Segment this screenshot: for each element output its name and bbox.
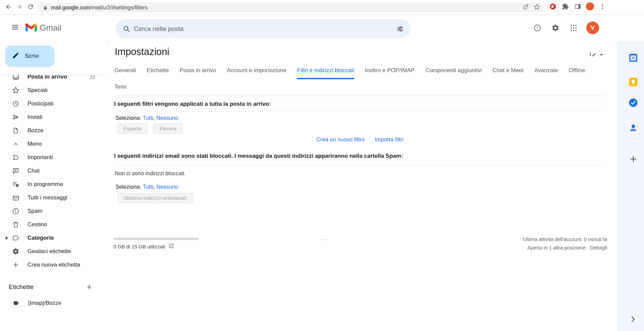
create-filter-link[interactable]: Crea un nuovo filtro [316, 136, 365, 145]
pencil-icon [12, 52, 19, 61]
import-filters-link[interactable]: Importa filtri [375, 136, 404, 145]
sidebar-item-meno[interactable]: Meno [0, 137, 107, 151]
calendar-icon: 31 [628, 53, 638, 64]
sidebar-item-in-programma[interactable]: In programma [0, 178, 107, 191]
export-button[interactable]: Esporta [117, 124, 147, 134]
settings-tab-posta-in-arrivo[interactable]: Posta in arrivo [179, 62, 216, 79]
select-none-link[interactable]: Nessuno [156, 184, 178, 190]
compose-button[interactable]: Scrivi [5, 46, 54, 66]
tab-label: Inoltro e POP/IMAP [365, 67, 415, 74]
sidebar-item-inviati[interactable]: Inviati [0, 110, 107, 124]
svg-text:I: I [589, 52, 591, 57]
sidebar-item-importanti[interactable]: Importanti [0, 151, 107, 164]
adblocker-extension-icon[interactable] [549, 2, 557, 10]
browser-profile-avatar[interactable] [586, 2, 594, 10]
unblock-button[interactable]: Sblocca indirizzi selezionati [117, 193, 193, 203]
schedule-icon [12, 181, 19, 188]
tab-label: Componenti aggiuntivi [425, 67, 482, 74]
share-icon[interactable] [523, 4, 529, 11]
select-all-link[interactable]: Tutti [143, 184, 156, 190]
back-icon [5, 3, 12, 12]
browser-menu-dots-icon[interactable] [598, 2, 606, 10]
gmail-m-icon [25, 23, 37, 33]
footer-link-privacy[interactable] [324, 236, 327, 242]
details-link[interactable]: Dettagli [586, 245, 607, 250]
divider [114, 165, 606, 166]
main-area: Impostazioni I GeneraliEtichettePosta in… [107, 41, 644, 331]
delete-button[interactable]: Elimina [153, 124, 182, 134]
star-icon [12, 87, 19, 94]
tab-label: Generali [114, 67, 136, 74]
settings-tab-account-e-importazione[interactable]: Account e importazione [226, 62, 287, 79]
main-menu-button[interactable] [7, 20, 23, 36]
sidebar-item-chat[interactable]: Chat [0, 164, 107, 178]
keep-icon [628, 77, 638, 88]
divider [114, 111, 606, 112]
sidebar-item-label: In programma [28, 181, 107, 188]
browser-toolbar: mail.google.com/mail/u/2/#settings/filte… [0, 0, 644, 15]
google-apps-grid-button[interactable] [566, 20, 581, 35]
sidebar-item-tutti-i-messaggi[interactable]: Tutti i messaggi [0, 191, 107, 204]
search-icon[interactable] [119, 21, 134, 36]
sidebar-item-spam[interactable]: Spam [0, 204, 107, 218]
settings-gear-button[interactable] [548, 20, 563, 35]
get-addons-plus-button[interactable] [629, 154, 638, 164]
gmail-logo[interactable]: Gmail [25, 23, 61, 33]
sidebar-item-label: Bozze [28, 127, 107, 134]
labels-header-title: Etichette [9, 283, 34, 291]
footer-link-norme-del-programma[interactable] [327, 236, 329, 242]
label-item-name: [Imap]/Bozze [28, 300, 107, 306]
label-item-imap-bozze[interactable]: [Imap]/Bozze [0, 296, 107, 310]
sidebar-item-cestino[interactable]: Cestino [0, 218, 107, 231]
extensions-puzzle-icon[interactable] [561, 2, 569, 10]
help-button[interactable]: ? [530, 20, 545, 35]
settings-tab-temi[interactable]: Temi [114, 79, 127, 95]
keep-button[interactable] [628, 77, 639, 88]
sidebar-item-categorie[interactable]: Categorie [0, 231, 107, 245]
browser-reload-button[interactable] [25, 2, 36, 12]
open-in-new-icon[interactable] [168, 243, 174, 250]
browser-back-button[interactable] [3, 2, 13, 12]
settings-tab-chat-e-meet[interactable]: Chat e Meet [492, 62, 524, 79]
search-bar[interactable] [116, 19, 411, 38]
sidebar-item-label: Spam [28, 208, 107, 215]
create-label-plus-button[interactable] [84, 282, 95, 292]
sidebar-item-posticipati[interactable]: Posticipati [0, 97, 107, 110]
address-bar[interactable]: mail.google.com/mail/u/2/#settings/filte… [38, 3, 544, 12]
settings-tab-offline[interactable]: Offline [569, 62, 586, 79]
settings-tab-inoltro-e-pop-imap[interactable]: Inoltro e POP/IMAP [365, 62, 415, 79]
settings-tabs-row2: Temi [114, 79, 606, 95]
settings-tab-generali[interactable]: Generali [114, 62, 136, 79]
tab-label: Chat e Meet [492, 67, 524, 74]
contacts-button[interactable] [628, 123, 639, 134]
expand-arrow-icon[interactable] [6, 236, 8, 240]
settings-tab-componenti-aggiuntivi[interactable]: Componenti aggiuntivi [425, 62, 482, 79]
storage-text: 0 GB di 15 GB utilizzati [113, 244, 165, 249]
sidebar-item-speciali[interactable]: Speciali [0, 84, 107, 97]
settings-tab-avanzate[interactable]: Avanzate [534, 62, 558, 79]
calendar-button[interactable]: 31 [628, 53, 639, 64]
sidebar-item-posta-in-arrivo[interactable]: Posta in arrivo 22 [0, 75, 107, 84]
compose-label: Scrivi [25, 53, 39, 59]
sidebar-item-bozze[interactable]: Bozze [0, 124, 107, 137]
labels-list: [Imap]/Bozze [0, 296, 107, 310]
account-avatar[interactable]: V [586, 21, 599, 34]
sidebar-item-label: Cestino [28, 221, 107, 228]
input-tools-button[interactable]: I [589, 51, 603, 59]
divider [114, 96, 606, 96]
side-panel-icon[interactable] [574, 2, 582, 10]
settings-tab-etichette[interactable]: Etichette [146, 62, 169, 79]
bookmark-star-icon[interactable] [534, 4, 540, 11]
search-input[interactable] [134, 25, 393, 33]
sidebar-item-crea-nuova-etichetta[interactable]: Crea nuova etichetta [0, 258, 107, 272]
browser-forward-button[interactable] [14, 2, 24, 12]
select-all-link[interactable]: Tutti [143, 115, 156, 121]
select-label: Seleziona: [115, 115, 141, 121]
tasks-button[interactable] [628, 98, 639, 109]
select-none-link[interactable]: Nessuno [156, 115, 178, 121]
sidebar-item-gestisci-etichette[interactable]: Gestisci etichette [0, 245, 107, 258]
collapse-panel-chevron-button[interactable] [629, 315, 637, 324]
footer-link-termini[interactable] [321, 236, 324, 242]
settings-tab-filtri-e-indirizzi-bloccati[interactable]: Filtri e indirizzi bloccati [297, 62, 355, 79]
search-options-tune-icon[interactable] [393, 21, 408, 36]
